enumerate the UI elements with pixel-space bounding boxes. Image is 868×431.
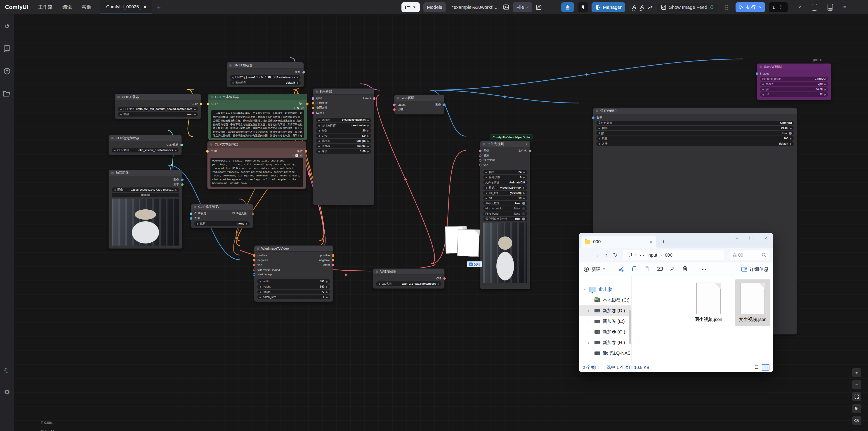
widget-crop[interactable]: 裁剪none [194, 221, 250, 226]
batch-count-stepper[interactable]: 1 ˄˅ [769, 2, 788, 12]
widget-codec[interactable]: codecvp9 [760, 82, 828, 86]
output-port-latent[interactable] [373, 97, 375, 100]
back-button[interactable]: ← [583, 252, 589, 258]
models-button[interactable]: Models [423, 2, 446, 12]
widget-clip-vision-name[interactable]: CLIP名称clip_vision_h.safetensors [112, 148, 179, 153]
zoom-in-button[interactable]: + [852, 368, 861, 377]
output-port-clip-vision-output[interactable] [252, 212, 254, 215]
output-port-vae[interactable] [443, 277, 446, 280]
collapse-dot[interactable] [397, 97, 399, 99]
input-port-latent[interactable] [312, 111, 314, 114]
history-icon[interactable]: ↺ [2, 21, 12, 31]
select-mode-button[interactable] [852, 404, 861, 413]
input-port-clip-vision-output[interactable] [253, 268, 255, 271]
widget-fps[interactable]: fps24.00 [760, 87, 828, 92]
speech-icon[interactable]: 🔊 [300, 154, 303, 157]
widget-crf[interactable]: crf19 [483, 196, 527, 200]
chevron-expanded-icon[interactable]: ˅ [583, 288, 587, 291]
collapse-dot[interactable] [315, 90, 318, 93]
details-view-button[interactable] [753, 364, 760, 370]
input-port-negative[interactable] [312, 107, 314, 109]
input-port-positive[interactable] [312, 102, 314, 104]
widget-seed[interactable]: 随机种225232322073183 [316, 118, 371, 123]
delete-button[interactable] [682, 266, 688, 273]
node-load-image[interactable]: 加载图像 图像 遮罩 图像02595-2605191242-Ultra-real… [108, 170, 182, 249]
model-library-icon[interactable] [2, 66, 12, 76]
share-arrow-icon[interactable] [648, 4, 653, 10]
input-port-batch-manager[interactable] [479, 159, 482, 162]
output-port-clip-vision[interactable] [180, 144, 183, 146]
output-port-clip[interactable] [200, 103, 202, 105]
widget-clip-name[interactable]: CLIP名称umt5_xxl_fp8_e4m3fn_scaled.safeten… [118, 107, 198, 111]
widget-format[interactable]: 格式video/h264-mp4 [483, 186, 527, 190]
file-item-wensheng-selected[interactable]: 文生视频.json [735, 279, 770, 326]
input-port-audio[interactable] [479, 154, 482, 157]
node-clip-vision-loader[interactable]: CLIP视觉加载器 CLIP视觉 CLIP名称clip_vision_h.saf… [108, 135, 182, 155]
paste-button[interactable] [644, 266, 650, 273]
new-tab-button[interactable]: + [662, 238, 665, 245]
collapse-dot[interactable] [257, 247, 259, 250]
collapse-dot[interactable] [111, 137, 114, 139]
widget-steps[interactable]: 步数20 [316, 128, 371, 133]
upload-button[interactable]: upload [112, 193, 179, 197]
tree-item-drive-g[interactable]: › 新加卷 (G:) [579, 327, 631, 337]
close-tab-icon[interactable]: × [650, 239, 652, 244]
file-menu-button[interactable]: File ∨ [513, 2, 532, 12]
tree-item-drive-c[interactable]: › 本地磁盘 (C:) [579, 295, 631, 305]
close-window-button[interactable]: × [758, 236, 773, 241]
output-port-image[interactable] [443, 103, 445, 106]
widget-sampler[interactable]: 采样器uni_pc [316, 139, 371, 143]
stepper-arrows-icon[interactable]: ˄˅ [780, 5, 782, 10]
output-port-filenames[interactable] [529, 150, 531, 152]
explorer-file-area[interactable]: 图生视频.json 文生视频.json [631, 276, 773, 363]
output-port-conditioning[interactable] [305, 150, 307, 153]
widget-weight-dtype[interactable]: 剪枝类型default [230, 80, 301, 85]
tree-item-drive-e[interactable]: › 新加卷 (E:) [579, 316, 631, 327]
share-button[interactable] [670, 266, 676, 273]
widget-scheduler[interactable]: 调度器simple [316, 144, 371, 148]
input-port-clip[interactable] [206, 150, 209, 153]
output-port-latent[interactable] [332, 264, 334, 266]
collapse-dot[interactable] [194, 205, 196, 208]
input-port-vae[interactable] [393, 108, 396, 111]
translate-circle-icon[interactable]: ○ [294, 107, 296, 109]
collapse-dot[interactable] [760, 66, 762, 68]
show-image-feed-button[interactable]: Show Image Feed ♻ [657, 2, 718, 12]
theme-toggle-icon[interactable]: ☾ [2, 365, 12, 375]
workflow-tab[interactable]: ComfyUI_00025_ [100, 0, 152, 14]
node-save-webm[interactable]: SaveWEBM images filename_prefixComfyUI c… [757, 64, 831, 100]
prompt-textarea[interactable]: 一位身着白色水手服的青春女学生，黑色直发齐刘海，面容清秀，红润的嘴唇。站在校园楼… [211, 110, 304, 138]
fit-view-button[interactable] [852, 392, 861, 401]
output-port-positive[interactable] [332, 254, 334, 257]
workflows-folder-icon[interactable] [2, 89, 12, 99]
input-port-latent[interactable] [393, 103, 396, 106]
node-library-icon[interactable] [2, 43, 12, 54]
prompt-textarea[interactable]: Overexposure, static, blurred details, s… [211, 158, 303, 187]
node-clip-text-encode-positive[interactable]: CLIP文本编码器 CLIP条件 ○✓🔊 一位身着白色水手服的青春女学生，黑色直… [208, 94, 307, 140]
widget-unet-name[interactable]: UNET名称wan2.1_t2v_1.3B_bf16.safetensors [230, 75, 301, 80]
input-port-vae[interactable] [253, 264, 255, 266]
minimize-button[interactable]: – [730, 236, 744, 241]
output-port-mask[interactable] [181, 183, 184, 186]
input-port-positive[interactable] [253, 254, 255, 257]
sidebar-scrollbar[interactable] [629, 310, 631, 344]
details-pane-button[interactable]: 详细信息 [741, 266, 769, 272]
run-button[interactable]: 执行 ∨ [736, 2, 765, 12]
cut-button[interactable] [619, 266, 625, 273]
new-button[interactable]: 新建 ˅ [584, 266, 605, 272]
collapse-dot[interactable] [376, 270, 378, 273]
widget-quality[interactable]: 质量100 [596, 136, 794, 141]
rename-button[interactable] [657, 266, 663, 273]
chevron-collapsed-icon[interactable]: › [588, 298, 592, 302]
tree-item-network-drive[interactable]: › file (\\LQ-NAS [579, 348, 631, 359]
widget-loop-count[interactable]: 循环次数0 [483, 175, 527, 179]
node-video-combine[interactable]: 合并为视频? 图像文件名 音频 批次管理 vae 帧率24 循环次数0 文件名前… [480, 141, 530, 289]
widget-width[interactable]: width480 [257, 279, 330, 284]
menu-workflow[interactable]: 工作流 [38, 4, 53, 10]
file-item-tusheng[interactable]: 图生视频.json [691, 279, 726, 326]
translate-checkbox-icon[interactable]: ✓ [297, 107, 299, 109]
widget-image-file[interactable]: 图像02595-2605191242-Ultra-realisti... [112, 188, 179, 192]
collapse-dot[interactable] [210, 143, 213, 146]
chevron-collapsed-icon[interactable]: › [588, 320, 592, 323]
node-ksampler[interactable]: K采样器 模型Latent 正面条件 负面条件 Latent 随机种225232… [313, 88, 374, 205]
